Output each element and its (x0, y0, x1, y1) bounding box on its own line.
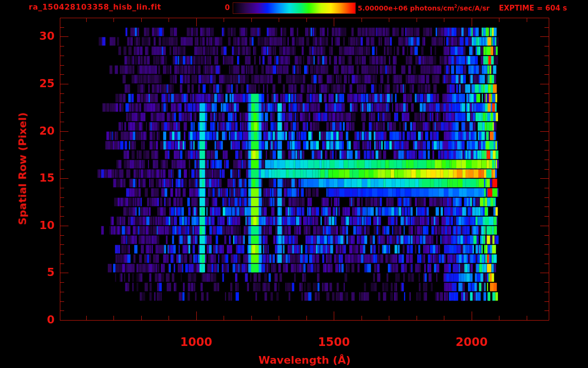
x-axis-title: Wavelength (Å) (259, 354, 351, 366)
colorbar-max-prefix: 5.00000e+06 photons/cm (358, 4, 454, 12)
x-tick-label: 1500 (310, 335, 358, 349)
colorbar-max-label: 5.00000e+06 photons/cm2/sec/A/sr (358, 4, 489, 12)
colorbar-max-suffix: /sec/A/sr (457, 4, 490, 12)
y-tick-label: 5 (14, 266, 55, 278)
y-tick-label: 10 (14, 219, 55, 231)
y-tick-label: 20 (14, 125, 55, 137)
y-tick-label: 30 (14, 30, 55, 42)
exposure-time-label: EXPTIME = 604 s (499, 4, 567, 12)
x-tick-label: 1000 (172, 335, 220, 349)
spectrogram-viewer: ra_150428103358_hisb_lin.fit 0 5.00000e+… (0, 0, 588, 368)
colorbar-min-label: 0 (216, 3, 230, 12)
x-tick-label: 2000 (448, 335, 496, 349)
y-tick-label: 15 (14, 172, 55, 184)
y-tick-label: 25 (14, 77, 55, 90)
spectrogram-heatmap-canvas (0, 0, 588, 368)
page-title: ra_150428103358_hisb_lin.fit (29, 2, 161, 12)
y-tick-label: 0 (14, 313, 55, 326)
colorbar-gradient (233, 2, 356, 14)
